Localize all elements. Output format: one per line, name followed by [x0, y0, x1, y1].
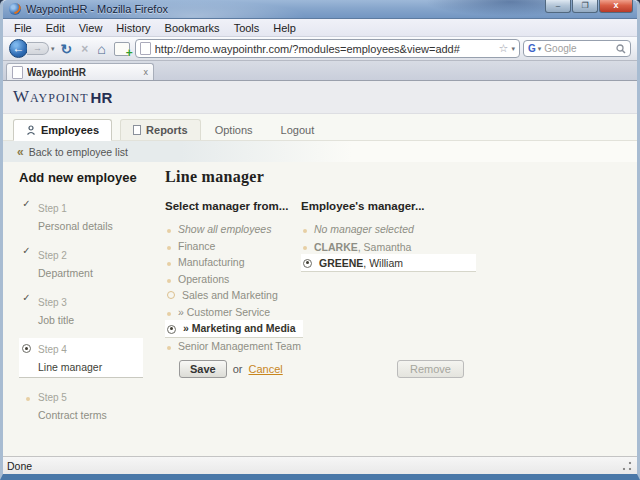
site-logo-hr: HR [91, 89, 113, 106]
list-item-show-all[interactable]: Show all employees [165, 221, 303, 238]
check-icon: ✓ [21, 292, 32, 328]
bullet-icon [167, 312, 171, 316]
bullet-icon [303, 246, 307, 250]
wizard-step-4-current[interactable]: Step 4 Line manager [19, 338, 143, 378]
menu-history[interactable]: History [109, 22, 157, 34]
tab-favicon [12, 66, 23, 79]
back-arrow-icon: « [17, 145, 24, 159]
navigation-toolbar: ← → ▾ ↻ × ⌂ http://demo.waypointhr.com/?… [3, 37, 637, 61]
menu-help[interactable]: Help [266, 22, 303, 34]
menu-edit[interactable]: Edit [39, 22, 72, 34]
site-logo: Waypoint [13, 87, 89, 107]
search-input[interactable]: Google [544, 43, 613, 54]
url-input[interactable]: http://demo.waypointhr.com/?modules=empl… [155, 43, 495, 55]
address-bar[interactable]: http://demo.waypointhr.com/?modules=empl… [135, 39, 520, 58]
bullet-icon [167, 262, 171, 266]
wizard-sidebar: Add new employee ✓ Step 1 Personal detai… [19, 170, 143, 433]
window-title: WaypointHR - Mozilla Firefox [26, 3, 168, 15]
page-title: Line manager [165, 168, 264, 186]
document-icon [133, 125, 141, 135]
status-text: Done [7, 460, 32, 472]
stop-button[interactable]: × [78, 42, 91, 56]
home-button[interactable]: ⌂ [94, 42, 108, 56]
step-label: Contract terms [38, 409, 107, 421]
maximize-button[interactable]: ❐ [572, 0, 598, 13]
remove-button[interactable]: Remove [397, 360, 464, 378]
list-item-no-manager[interactable]: No manager selected [301, 221, 476, 238]
menu-tools[interactable]: Tools [227, 22, 267, 34]
tab-close-icon[interactable]: x [144, 67, 149, 77]
step-number: Step 4 [38, 344, 67, 355]
list-item-greene-william-selected[interactable]: GREENE, William [301, 254, 476, 272]
wizard-step-3[interactable]: ✓ Step 3 Job title [19, 291, 143, 330]
list-item-operations[interactable]: Operations [165, 271, 303, 288]
forward-button[interactable]: → [27, 42, 49, 55]
bullet-icon [167, 229, 171, 233]
radio-selected-icon [167, 325, 176, 334]
url-dropdown-icon[interactable]: ▾ [511, 45, 515, 53]
manager-source-column: Select manager from... Show all employee… [165, 200, 303, 354]
save-button[interactable]: Save [179, 360, 227, 378]
page-viewport: Waypoint HR Employees Reports Options Lo… [3, 81, 637, 456]
resize-grip[interactable] [621, 460, 633, 472]
back-button[interactable]: ← [9, 39, 28, 58]
menu-bookmarks[interactable]: Bookmarks [158, 22, 227, 34]
search-engine-dropdown-icon[interactable]: ▾ [538, 45, 542, 53]
browser-tab-waypointhr[interactable]: WaypointHR x [6, 63, 154, 80]
list-item-marketing-and-media-selected[interactable]: » Marketing and Media [165, 320, 303, 338]
ring-bullet-icon [167, 291, 175, 299]
bullet-icon [167, 346, 171, 350]
minimize-button[interactable]: – [545, 0, 571, 13]
step-number: Step 1 [38, 203, 67, 214]
list-item-manufacturing[interactable]: Manufacturing [165, 254, 303, 271]
wizard-step-2[interactable]: ✓ Step 2 Department [19, 244, 143, 283]
step-label: Job title [38, 314, 74, 326]
tab-logout-label: Logout [281, 124, 315, 136]
step-label: Personal details [38, 220, 113, 232]
list-item-senior-management-team[interactable]: Senior Management Team [165, 338, 303, 355]
list-item-clarke-samantha[interactable]: CLARKE, Samantha [301, 238, 476, 255]
site-favicon [140, 42, 151, 55]
list-item-sales-and-marketing[interactable]: Sales and Marketing [165, 287, 303, 304]
radio-selected-icon [303, 259, 312, 268]
step-label: Line manager [38, 361, 102, 373]
step-label: Department [38, 267, 93, 279]
wizard-heading: Add new employee [19, 170, 143, 185]
search-bar[interactable]: G ▾ Google [523, 40, 631, 57]
tab-employees-label: Employees [41, 124, 99, 136]
wizard-step-5[interactable]: Step 5 Contract terms [19, 386, 143, 425]
new-page-icon[interactable] [114, 42, 130, 56]
menu-view[interactable]: View [72, 22, 110, 34]
tab-logout[interactable]: Logout [267, 120, 329, 140]
status-bar: Done [3, 456, 637, 474]
tab-options-label: Options [215, 124, 253, 136]
tab-reports[interactable]: Reports [120, 119, 201, 140]
history-dropdown-icon[interactable]: ▾ [51, 45, 55, 53]
search-magnifier-icon[interactable] [616, 44, 626, 54]
bullet-icon [167, 279, 171, 283]
list-item-finance[interactable]: Finance [165, 238, 303, 255]
tab-title: WaypointHR [27, 67, 140, 78]
title-bar[interactable]: WaypointHR - Mozilla Firefox – ❐ x [3, 0, 637, 19]
site-nav: Employees Reports Options Logout [3, 114, 637, 141]
tab-employees[interactable]: Employees [13, 119, 112, 141]
menu-file[interactable]: File [7, 22, 39, 34]
google-icon: G [528, 43, 536, 54]
bullet-icon [303, 229, 307, 233]
step-number: Step 3 [38, 297, 67, 308]
bullet-icon [26, 397, 30, 401]
employees-manager-column: Employee's manager... No manager selecte… [301, 200, 476, 272]
reload-button[interactable]: ↻ [58, 42, 76, 56]
back-to-employee-list-link[interactable]: Back to employee list [29, 146, 128, 158]
step-number: Step 2 [38, 250, 67, 261]
cancel-link[interactable]: Cancel [248, 363, 282, 375]
tab-reports-label: Reports [146, 124, 188, 136]
site-header: Waypoint HR [3, 81, 637, 114]
radio-selected-icon [22, 344, 31, 353]
tab-options[interactable]: Options [201, 120, 267, 140]
close-button[interactable]: x [599, 0, 633, 13]
check-icon: ✓ [21, 198, 32, 234]
wizard-step-1[interactable]: ✓ Step 1 Personal details [19, 197, 143, 236]
list-item-customer-service[interactable]: » Customer Service [165, 304, 303, 321]
bookmark-star-icon[interactable]: ☆ [499, 42, 509, 55]
